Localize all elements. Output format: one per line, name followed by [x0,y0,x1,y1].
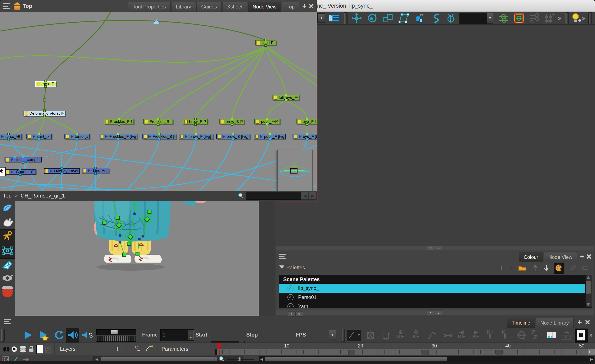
remove-keyframe-icon[interactable]: ⊖KF [412,330,420,339]
node-expand-icon[interactable] [71,135,73,138]
scale-icon[interactable] [382,13,393,24]
node-out-port[interactable] [44,85,47,88]
swatch-mode-icon[interactable] [581,264,590,272]
render-play-icon[interactable] [38,330,50,340]
node-pupil_F[tvg][interactable]: pupil_F [tvg] [254,134,286,139]
add-drawing-layer-icon[interactable]: + [133,345,142,353]
add-peg-icon[interactable]: + [145,345,154,353]
node-expand-icon[interactable] [148,135,151,138]
node-in-port[interactable] [306,133,308,135]
close-view-icon[interactable]: ✕ [586,252,592,261]
node-in-port[interactable] [157,118,159,120]
show-hide-all-icon[interactable] [2,346,10,353]
node-minimap[interactable] [277,150,312,191]
scroll-up-icon[interactable] [586,276,590,279]
shift-frames-icon[interactable] [560,330,572,340]
kite-icon[interactable] [2,259,13,271]
node-out-port[interactable] [232,138,234,141]
node-in-port[interactable] [44,80,47,82]
breadcrumb[interactable]: Top > CH_Ramsey_gr_1 [3,193,65,199]
node-search-input[interactable] [246,192,301,200]
scroll-handle[interactable] [265,357,447,362]
ruler-end-button[interactable]: ⇠⇢ [588,349,595,355]
tab-node-view[interactable]: Node View [248,2,281,12]
onion-layers-icon[interactable] [1,284,14,298]
add-view-icon[interactable]: + [302,2,306,10]
selection-frame-icon[interactable] [513,12,525,24]
node-expand-icon[interactable] [185,135,187,138]
node-expand-icon[interactable] [50,169,52,173]
node-out-port[interactable] [94,172,97,175]
onion-skin-options-icon[interactable] [498,12,510,24]
node-in-port[interactable] [43,109,46,112]
node-out-port[interactable] [231,123,233,126]
skew-icon[interactable] [398,13,409,24]
node-out-port[interactable] [266,123,268,125]
rigging-icon[interactable] [2,230,13,242]
node-Freckles_F[tvg][interactable]: Freckles_F [tvg] [99,134,137,139]
node-eye_F-P[interactable]: eye_F-P [297,119,317,124]
node-in-port[interactable] [19,168,21,171]
node-canvas[interactable]: face-Ptorso-PDeformation-torsofull_eye_F… [0,12,317,191]
link-palette-folder-icon[interactable] [518,265,526,271]
node-expand-icon[interactable] [105,135,108,138]
add-view-icon[interactable]: + [580,252,584,261]
prev-keyframe-icon[interactable]: ◀KF [458,330,465,339]
palette-icon[interactable] [555,264,563,272]
scroll-handle[interactable] [586,281,591,293]
node-incut_comp4[interactable]: incut_comp4 [5,157,42,162]
node-in-port[interactable] [232,133,234,135]
node-out-port[interactable] [43,115,46,117]
mesh-warp-icon[interactable] [2,245,13,257]
node-Freckles_B[tvg][interactable]: Freckles_B [tvg] [142,134,177,139]
fps-dropdown-arrow[interactable]: ▼ [329,330,336,340]
inverse-kinematics-icon[interactable] [430,13,440,24]
locator-icon[interactable] [446,13,456,24]
node-brow_B[tvg][interactable]: brow_B [tvg] [216,134,250,139]
node-out-port[interactable] [157,123,159,126]
search-next-icon[interactable]: ▶ [309,192,317,200]
timeline-menu-icon[interactable] [4,319,11,324]
add-view-icon[interactable]: + [578,318,582,326]
tab-tool-properties[interactable]: Tool Properties [128,2,170,12]
close-view-icon[interactable]: ✕ [308,2,314,10]
more-chevrons-icon[interactable]: » [558,14,560,21]
tab-timeline[interactable]: Timeline [507,318,535,328]
tab-colour[interactable]: Colour [519,252,543,262]
hold-icon[interactable] [443,330,454,340]
node-home-icon[interactable] [13,2,21,9]
node-in-port[interactable] [118,118,120,120]
node-in-port[interactable] [285,93,287,96]
contour-editor-icon[interactable] [2,202,13,214]
node-in-port[interactable] [117,133,120,135]
node-eye_F[tvg][interactable]: eye_F [tvg] [292,134,317,139]
node-out-port[interactable] [195,138,197,141]
motion-curve-icon[interactable] [426,330,438,340]
node-Freckles_B-P[interactable]: Freckles_B-P [143,119,173,124]
node-out-port[interactable] [22,161,24,164]
node-shirt_txt[tvg][interactable]: shirt_txt [tvg] [27,134,52,139]
swatch-icon[interactable] [36,345,43,354]
node-out-port[interactable] [269,138,271,141]
toolbar-drag-handle[interactable] [1,329,5,342]
node-torso[tvg][interactable]: torso [tvg] [64,134,90,139]
node-out-port[interactable] [118,123,120,126]
node-out-port[interactable] [7,138,10,141]
node-out-port[interactable] [117,138,120,141]
node-in-port[interactable] [61,167,63,170]
splitter-down-icon[interactable]: ∨ [295,312,303,316]
volume-slider-handle[interactable] [111,330,118,334]
sound-icon[interactable] [67,330,78,340]
node-expand-icon[interactable] [11,158,13,161]
node-full_eye_F-P[interactable]: full_eye_F-P [272,95,299,100]
add-light-icon[interactable] [571,12,582,24]
transform-icon[interactable] [414,13,425,24]
node-out-port[interactable] [264,44,267,47]
tab-library[interactable]: Library [171,2,196,12]
splitter-up-icon[interactable]: ∧ [288,312,295,316]
node-in-port[interactable] [231,118,233,120]
node-in-port[interactable] [38,133,41,135]
workspace-icon[interactable] [328,13,340,23]
timeline-ruler[interactable]: 1020304050 ⇠⇢ [215,343,595,356]
more-chevrons-icon[interactable]: » [589,331,591,338]
